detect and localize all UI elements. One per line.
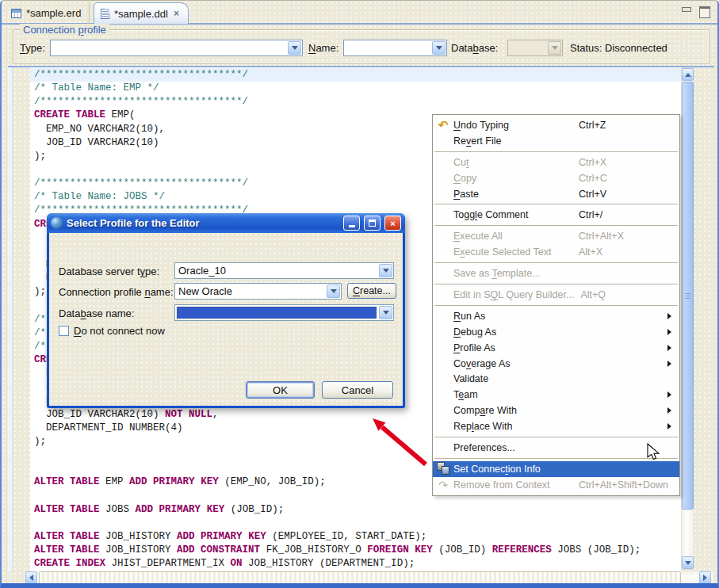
submenu-arrow-icon [667,391,675,398]
submenu-arrow-icon [667,423,675,430]
menu-item-compare-with[interactable]: Compare With [433,403,679,418]
database-name-combo-arrow-icon[interactable] [379,306,392,319]
menu-item-toggle-comment[interactable]: Toggle CommentCtrl+/ [433,207,679,223]
marker-gutter[interactable] [13,67,30,571]
menu-item-label: Coverage As [453,358,579,369]
menu-item-validate[interactable]: Validate [433,371,679,387]
menu-item-label: Preferences... [453,442,579,453]
menu-item-copy[interactable]: CopyCtrl+C [433,170,679,186]
erd-table-icon [11,9,21,18]
menu-separator [434,284,678,284]
server-type-combo-arrow-icon[interactable] [379,264,392,277]
menu-item-debug-as[interactable]: Debug As [433,324,679,340]
menu-item-shortcut: Alt+Q [580,289,606,300]
menu-item-save-as-template-[interactable]: Save as Template... [433,265,679,281]
menu-item-team[interactable]: Team [433,387,679,403]
cancel-button[interactable]: Cancel [322,381,393,399]
database-label: Database: [451,42,498,54]
dialog-titlebar[interactable]: Select Profile for the Editor × [47,213,405,233]
profile-name-combo[interactable]: New Oracle [174,283,342,300]
menu-item-label: Profile As [453,342,579,353]
menu-item-shortcut: Ctrl+Z [579,120,606,131]
code-line: /**********************************/ [30,68,681,82]
server-type-value: Oracle_10 [175,263,378,278]
menu-item-label: Compare With [453,405,579,416]
menu-item-label: Remove from Context [453,479,579,491]
tab--sample-ddl[interactable]: *sample.ddl× [94,2,189,24]
minimize-view-icon[interactable] [681,6,692,16]
profile-name-combo-arrow-icon[interactable] [327,284,340,298]
dialog-title: Select Profile for the Editor [67,217,339,229]
scroll-down-icon[interactable] [682,556,694,569]
type-combo-value [51,40,287,55]
menu-item-label: Toggle Comment [453,209,579,220]
dialog-maximize-icon[interactable] [364,216,381,231]
connection-profile-group: Connection profile Type: Name: Database:… [13,29,709,64]
horizontal-scrollbar-thumb[interactable] [39,571,681,584]
menu-separator [434,458,678,459]
code-line [30,517,681,530]
overview-ruler[interactable] [695,67,714,585]
annotation-ruler[interactable] [8,67,13,571]
select-profile-dialog: Select Profile for the Editor × Database… [47,213,405,408]
ddl-editor-window: *sample.erd*sample.ddl× Connection profi… [0,0,719,588]
dialog-close-icon[interactable]: × [384,216,401,231]
type-combo[interactable] [50,40,303,56]
vertical-scrollbar[interactable] [681,67,694,570]
submenu-arrow-icon [667,329,675,335]
menu-item-paste[interactable]: PasteCtrl+V [433,186,679,202]
menu-item-label: Edit in SQL Query Builder... [453,289,574,300]
maximize-view-icon[interactable] [698,6,709,16]
ok-button[interactable]: OK [246,381,315,399]
horizontal-scrollbar[interactable] [25,571,713,585]
menu-item-cut[interactable]: CutCtrl+X [433,155,679,170]
menu-item-preferences-[interactable]: Preferences... [433,440,679,456]
menu-item-label: Validate [453,373,579,384]
menu-item-revert-file[interactable]: Revert File [433,133,679,149]
menu-item-shortcut: Ctrl+Alt+X [579,231,624,242]
menu-item-execute-all[interactable]: Execute AllCtrl+Alt+X [433,228,679,244]
menu-item-label: Run As [453,311,579,322]
menu-item-label: Team [453,389,579,400]
do-not-connect-checkbox[interactable] [59,326,69,336]
menu-item-run-as[interactable]: Run As [433,308,679,324]
vertical-scrollbar-thumb[interactable] [682,82,694,510]
scroll-left-icon[interactable] [25,571,37,584]
tab--sample-erd[interactable]: *sample.erd [5,2,90,24]
scroll-right-icon[interactable] [699,571,711,584]
do-not-connect-label[interactable]: Do not connect now [74,325,165,337]
database-name-label: Database name: [59,307,134,319]
menu-item-label: Execute All [453,231,579,242]
code-line: ALTER TABLE JOB_HISTORY ADD PRIMARY KEY … [30,530,681,544]
database-combo [507,40,563,56]
code-line: ALTER TABLE JOBS ADD PRIMARY KEY (JOB_ID… [30,503,681,517]
menu-item-execute-selected-text[interactable]: Execute Selected TextAlt+X [433,244,679,260]
menu-item-label: Paste [453,189,579,200]
remove-from-context-icon: ↷ [433,479,453,491]
editor-context-menu: ↶Undo TypingCtrl+ZRevert FileCutCtrl+XCo… [432,114,680,496]
menu-item-coverage-as[interactable]: Coverage As [433,356,679,372]
profile-name-label: Connection profile name: [59,286,174,298]
name-combo-arrow-icon[interactable] [432,41,446,55]
menu-item-set-connection-info[interactable]: Set Connection Info [433,461,679,477]
menu-separator [434,225,678,226]
menu-item-edit-in-sql-query-builder-[interactable]: Edit in SQL Query Builder...Alt+Q [433,287,679,303]
name-combo[interactable] [343,40,447,56]
server-type-combo[interactable]: Oracle_10 [174,262,394,279]
menu-item-replace-with[interactable]: Replace With [433,418,679,434]
code-line: /**********************************/ [30,95,681,109]
tab-close-icon[interactable]: × [173,8,180,19]
menu-item-profile-as[interactable]: Profile As [433,340,679,356]
database-name-value [177,307,377,319]
type-combo-arrow-icon[interactable] [288,41,301,55]
scroll-up-icon[interactable] [682,68,694,81]
create-button[interactable]: Create... [347,283,396,299]
view-window-buttons [681,6,709,16]
dialog-minimize-icon[interactable] [343,216,360,231]
profile-name-value: New Oracle [175,284,326,299]
database-name-combo[interactable] [174,304,394,321]
code-line: /* Table Name: EMP */ [30,82,681,95]
menu-item-undo-typing[interactable]: ↶Undo TypingCtrl+Z [433,117,679,133]
menu-item-remove-from-context[interactable]: ↷Remove from ContextCtrl+Alt+Shift+Down [433,477,679,493]
server-type-label: Database server type: [59,265,159,277]
